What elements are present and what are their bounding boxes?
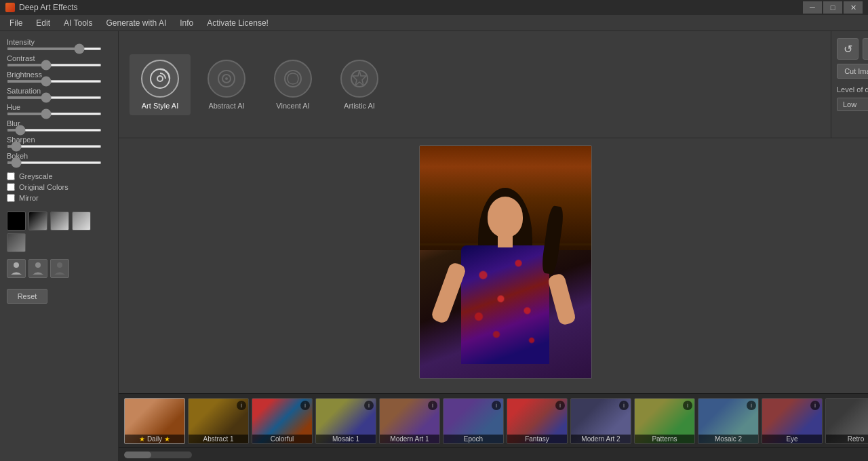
filmstrip-abstract1[interactable]: i Abstract 1 bbox=[188, 398, 249, 444]
ai-tool-art-style[interactable]: Art Style AI bbox=[130, 54, 191, 115]
filmstrip-modernart1[interactable]: i Modern Art 1 bbox=[379, 398, 440, 444]
filmstrip-patterns-label: Patterns bbox=[635, 435, 694, 443]
ai-tool-vincent[interactable]: Vincent AI bbox=[262, 54, 323, 115]
progress-fill bbox=[124, 452, 151, 458]
dress-body bbox=[461, 245, 549, 364]
filmstrip-mosaic1[interactable]: i Mosaic 1 bbox=[315, 398, 376, 444]
mirror-label: Mirror bbox=[19, 194, 39, 202]
swatches-row bbox=[7, 212, 111, 252]
blur-group: Blur bbox=[7, 119, 111, 132]
svg-point-2 bbox=[57, 262, 62, 268]
saturation-group: Saturation bbox=[7, 87, 111, 99]
contrast-group: Contrast bbox=[7, 54, 111, 66]
hue-slider[interactable] bbox=[7, 113, 102, 115]
undo-button[interactable]: ↺ bbox=[837, 38, 859, 60]
greyscale-checkbox[interactable] bbox=[7, 172, 15, 180]
blur-slider[interactable] bbox=[7, 129, 102, 132]
filmstrip-eye-label: Eye bbox=[762, 435, 822, 443]
ai-tool-artistic[interactable]: Artistic AI bbox=[329, 54, 390, 115]
portrait-medium-icon[interactable] bbox=[28, 259, 47, 278]
filmstrip-colorful-info[interactable]: i bbox=[300, 401, 310, 410]
left-panel: Intensity Contrast Brightness Saturation… bbox=[0, 31, 119, 461]
menu-file[interactable]: File bbox=[3, 17, 29, 29]
level-of-detail-label: Level of detail: bbox=[837, 85, 868, 94]
reset-button[interactable]: Reset bbox=[7, 289, 47, 304]
saturation-slider[interactable] bbox=[7, 96, 102, 99]
filmstrip-fantasy[interactable]: i Fantasy bbox=[507, 398, 568, 444]
filmstrip-abstract1-info[interactable]: i bbox=[237, 401, 246, 410]
menu-ai-tools[interactable]: AI Tools bbox=[57, 17, 99, 29]
center-section: Art Style AI Abstract AI bbox=[119, 31, 868, 461]
filmstrip-abstract1-label: Abstract 1 bbox=[189, 435, 248, 443]
original-colors-checkbox[interactable] bbox=[7, 183, 15, 191]
sharpen-slider[interactable] bbox=[7, 145, 102, 148]
menu-license[interactable]: Activate License! bbox=[200, 17, 275, 29]
intensity-slider[interactable] bbox=[7, 47, 102, 50]
filmstrip-mosaic2-info[interactable]: i bbox=[747, 401, 756, 410]
greyscale-checkbox-group[interactable]: Greyscale bbox=[7, 172, 111, 180]
app-icon bbox=[5, 3, 15, 12]
ai-selector-panel: Art Style AI Abstract AI bbox=[119, 31, 831, 138]
swatch-light-grad[interactable] bbox=[72, 212, 91, 230]
filmstrip-patterns[interactable]: i Patterns bbox=[634, 398, 695, 444]
dress-pattern bbox=[461, 245, 549, 364]
vincent-ai-icon bbox=[274, 60, 312, 98]
mirror-checkbox[interactable] bbox=[7, 194, 15, 202]
contrast-slider[interactable] bbox=[7, 64, 102, 66]
brightness-slider[interactable] bbox=[7, 80, 102, 83]
filmstrip-daily-label: ★ Daily ★ bbox=[125, 435, 184, 443]
redo-button[interactable]: ↻ bbox=[863, 38, 868, 60]
filmstrip-fantasy-info[interactable]: i bbox=[555, 401, 565, 410]
filmstrip-retro[interactable]: i Retro bbox=[825, 398, 868, 444]
filmstrip-epoch-info[interactable]: i bbox=[492, 401, 501, 410]
checkbox-group: Greyscale Original Colors Mirror bbox=[7, 172, 111, 202]
minimize-button[interactable]: ─ bbox=[803, 1, 822, 14]
original-colors-checkbox-group[interactable]: Original Colors bbox=[7, 183, 111, 191]
svg-point-7 bbox=[225, 77, 228, 80]
svg-point-4 bbox=[157, 76, 163, 81]
filmstrip-mosaic1-info[interactable]: i bbox=[364, 401, 374, 410]
abstract-ai-icon bbox=[208, 60, 245, 98]
portrait-dark-icon[interactable] bbox=[50, 259, 69, 278]
filmstrip-mosaic2[interactable]: i Mosaic 2 bbox=[698, 398, 759, 444]
vincent-ai-label: Vincent AI bbox=[276, 102, 309, 110]
filmstrip-eye-info[interactable]: i bbox=[810, 401, 820, 410]
swatch-dark-grad[interactable] bbox=[28, 212, 47, 230]
main-layout: Intensity Contrast Brightness Saturation… bbox=[0, 31, 868, 461]
daily-star-icon2: ★ bbox=[162, 435, 170, 443]
menu-edit[interactable]: Edit bbox=[29, 17, 57, 29]
menu-info[interactable]: Info bbox=[173, 17, 200, 29]
filmstrip-patterns-info[interactable]: i bbox=[683, 401, 692, 410]
filmstrip-modernart1-info[interactable]: i bbox=[428, 401, 437, 410]
level-of-detail-select[interactable]: Low Medium High Very High bbox=[837, 98, 868, 111]
swatch-black[interactable] bbox=[7, 212, 26, 230]
ai-tool-abstract[interactable]: Abstract AI bbox=[196, 54, 257, 115]
filmstrip-epoch[interactable]: i Epoch bbox=[443, 398, 504, 444]
bokeh-slider[interactable] bbox=[7, 161, 102, 164]
right-panel: ↺ ↻ Cut Image Level of detail: Low Mediu… bbox=[831, 31, 868, 138]
app-title: Deep Art Effects bbox=[19, 3, 78, 12]
filmstrip-mosaic2-label: Mosaic 2 bbox=[698, 435, 758, 443]
right-top-controls: ↺ ↻ Cut Image Level of detail: Low Mediu… bbox=[837, 38, 868, 111]
title-bar: Deep Art Effects ─ □ ✕ bbox=[0, 0, 868, 15]
original-colors-label: Original Colors bbox=[19, 183, 68, 191]
mirror-checkbox-group[interactable]: Mirror bbox=[7, 194, 111, 202]
swatch-gray-grad[interactable] bbox=[7, 233, 26, 252]
filmstrip-colorful[interactable]: i Colorful bbox=[252, 398, 313, 444]
cut-image-button[interactable]: Cut Image bbox=[837, 64, 868, 79]
swatch-mid-grad[interactable] bbox=[50, 212, 69, 230]
filmstrip-modernart1-label: Modern Art 1 bbox=[380, 435, 439, 443]
art-style-icon bbox=[141, 60, 179, 98]
menu-generate[interactable]: Generate with AI bbox=[100, 17, 174, 29]
filmstrip-eye[interactable]: i Eye bbox=[762, 398, 823, 444]
filmstrip-daily[interactable]: ★ Daily ★ bbox=[124, 398, 185, 444]
maximize-button[interactable]: □ bbox=[823, 1, 842, 14]
close-button[interactable]: ✕ bbox=[844, 1, 863, 14]
filmstrip-modernart2[interactable]: i Modern Art 2 bbox=[570, 398, 631, 444]
filmstrip-modernart2-info[interactable]: i bbox=[619, 401, 629, 410]
filmstrip-mosaic1-label: Mosaic 1 bbox=[316, 435, 376, 443]
artistic-ai-label: Artistic AI bbox=[344, 102, 375, 110]
filmstrip-epoch-label: Epoch bbox=[443, 435, 503, 443]
daily-star-icon: ★ bbox=[139, 435, 147, 443]
portrait-light-icon[interactable] bbox=[7, 259, 26, 278]
